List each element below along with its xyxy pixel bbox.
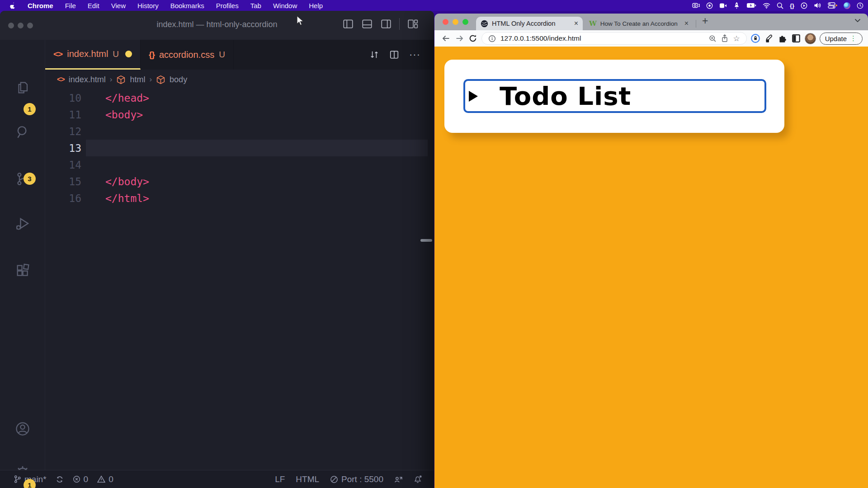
zoom-in-icon[interactable] <box>709 35 717 42</box>
siri-icon[interactable] <box>844 0 850 11</box>
html-file-icon: <> <box>53 49 62 59</box>
vscode-status-bar: main* 0 0 LF HTML Port : 5500 <box>0 470 434 488</box>
site-info-icon[interactable] <box>488 35 496 42</box>
toggle-panel-right-icon[interactable] <box>380 18 392 30</box>
vscode-title-bar[interactable]: index.html — html-only-accordion <box>0 11 434 40</box>
menu-item-edit[interactable]: Edit <box>88 2 99 9</box>
feedback-person-icon[interactable] <box>394 475 403 483</box>
unsaved-dot-icon[interactable] <box>125 51 132 57</box>
source-control-badge: 3 <box>24 173 36 185</box>
back-button[interactable] <box>441 35 451 42</box>
code-line: 15</body> <box>45 173 434 190</box>
new-tab-button[interactable]: + <box>702 15 708 27</box>
css-file-icon: {} <box>149 50 155 60</box>
account-icon[interactable] <box>14 421 31 437</box>
tab-title: HTML Only Accordion <box>492 20 571 27</box>
close-tab-icon[interactable]: × <box>574 19 578 28</box>
profile-avatar[interactable] <box>805 33 816 44</box>
split-editor-icon[interactable] <box>389 50 399 60</box>
close-tab-icon[interactable]: × <box>684 19 689 28</box>
menu-item-file[interactable]: File <box>65 2 76 9</box>
video-camera-icon[interactable] <box>719 0 727 11</box>
web-page: Todo List <box>434 47 868 488</box>
forward-button[interactable] <box>454 35 464 42</box>
dark-globe-favicon <box>481 20 488 28</box>
cube-icon <box>156 75 165 84</box>
tab-html-only-accordion[interactable]: HTML Only Accordion × <box>476 17 583 30</box>
more-actions-icon[interactable]: ··· <box>409 49 420 61</box>
share-icon[interactable] <box>721 34 728 42</box>
camera-icon[interactable] <box>692 0 700 11</box>
code-line: 10</head> <box>45 89 434 106</box>
menu-item-history[interactable]: History <box>137 2 159 9</box>
details-marker-icon <box>469 91 478 102</box>
code-braces-icon[interactable]: {} <box>790 0 794 11</box>
code-editor[interactable]: 10</head> 11<body> 12 13 14 15</body> 16… <box>45 89 434 470</box>
update-chrome-button[interactable]: Update ⋮ <box>820 33 863 45</box>
tab-search-chevron-icon[interactable] <box>854 19 861 23</box>
warnings-item[interactable]: 0 <box>97 474 113 484</box>
explorer-badge: 1 <box>24 103 36 115</box>
minimize-window-button[interactable] <box>453 19 458 25</box>
breadcrumb-html[interactable]: html <box>130 75 145 84</box>
apple-menu[interactable] <box>9 2 16 9</box>
control-center-icon[interactable] <box>828 0 837 11</box>
eol-indicator[interactable]: LF <box>275 474 285 484</box>
close-window-button[interactable] <box>443 19 448 25</box>
menu-item-profiles[interactable]: Profiles <box>216 2 239 9</box>
accordion-card: Todo List <box>444 60 784 133</box>
search-sidebar-icon[interactable] <box>15 124 30 140</box>
wifi-icon[interactable] <box>763 0 770 11</box>
toggle-panel-bottom-icon[interactable] <box>361 18 373 30</box>
breadcrumb-body[interactable]: body <box>170 75 187 84</box>
explorer-icon[interactable] <box>15 80 30 95</box>
password-lock-extension-icon[interactable] <box>750 33 760 43</box>
accordion-summary[interactable]: Todo List <box>463 79 766 113</box>
menu-item-help[interactable]: Help <box>309 2 323 9</box>
tab-index-html[interactable]: <> index.html U <box>45 40 141 70</box>
zoom-window-button[interactable] <box>462 19 468 25</box>
tab-how-to-create-accordion[interactable]: W How To Create an Accordion × <box>585 17 693 30</box>
search-icon[interactable] <box>777 0 783 11</box>
titlebar-separator <box>399 18 400 30</box>
tab-label: accordion.css <box>159 50 214 60</box>
record-icon[interactable] <box>706 0 713 11</box>
language-mode[interactable]: HTML <box>296 474 319 484</box>
live-server-port[interactable]: Port : 5500 <box>330 474 383 484</box>
vscode-window: index.html — html-only-accordion 1 <box>0 11 434 488</box>
vscode-activity-bar: 1 3 1 <box>0 40 45 470</box>
reload-button[interactable] <box>468 34 478 42</box>
menu-item-chrome[interactable]: Chrome <box>28 2 53 9</box>
breadcrumb: <> index.html › html › body <box>45 70 434 89</box>
open-changes-icon[interactable] <box>369 50 379 60</box>
run-debug-icon[interactable] <box>14 216 31 232</box>
customize-layout-icon[interactable] <box>407 18 419 30</box>
battery-charging-icon[interactable] <box>746 0 756 11</box>
extensions-puzzle-icon[interactable] <box>778 33 788 43</box>
volume-icon[interactable] <box>814 0 821 11</box>
settings-badge: 1 <box>24 479 36 488</box>
url-text[interactable]: 127.0.0.1:5500/index.html <box>500 34 704 42</box>
extensions-icon[interactable] <box>15 263 30 278</box>
sync-changes-button[interactable] <box>56 475 64 483</box>
color-picker-extension-icon[interactable] <box>764 33 774 43</box>
toggle-panel-left-icon[interactable] <box>342 18 354 30</box>
menu-item-tab[interactable]: Tab <box>250 2 261 9</box>
tab-accordion-css[interactable]: {} accordion.css U <box>141 40 234 70</box>
rocket-icon[interactable] <box>733 0 740 11</box>
menu-item-bookmarks[interactable]: Bookmarks <box>170 2 204 9</box>
menu-item-view[interactable]: View <box>111 2 126 9</box>
browser-menu-dots-icon[interactable]: ⋮ <box>850 34 857 42</box>
errors-item[interactable]: 0 <box>73 474 89 484</box>
menu-item-window[interactable]: Window <box>273 2 297 9</box>
clock-icon[interactable] <box>857 0 863 11</box>
bookmark-star-icon[interactable]: ☆ <box>733 34 740 43</box>
scrollbar-handle[interactable] <box>420 239 432 242</box>
code-line: 11<body> <box>45 106 434 123</box>
dark-mode-square-icon[interactable] <box>791 34 801 43</box>
modified-indicator: U <box>219 50 225 60</box>
breadcrumb-file[interactable]: index.html <box>69 75 106 84</box>
play-circle-icon[interactable] <box>801 0 807 11</box>
notifications-bell-icon[interactable] <box>414 475 422 483</box>
address-bar[interactable]: 127.0.0.1:5500/index.html ☆ <box>481 32 747 45</box>
